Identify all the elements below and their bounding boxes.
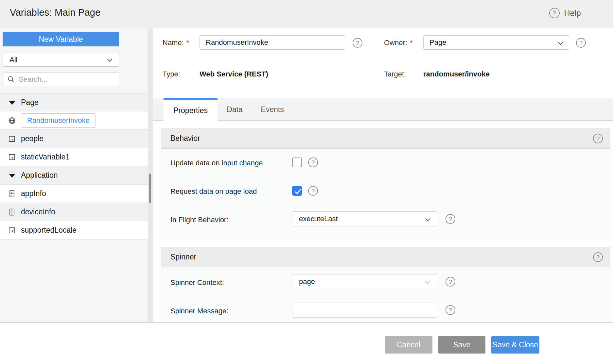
tree-item-deviceinfo[interactable]: x x. deviceInfo [0,203,148,221]
chevron-down-icon [107,57,113,62]
static-variable-icon: x [9,227,16,234]
tree-group-label: Page [21,98,39,107]
tree-item-label: staticVariable1 [21,153,70,161]
tree-item-people[interactable]: x people [0,130,148,148]
help-label: Help [564,8,581,18]
footer-divider [0,322,613,323]
owner-label: Owner:* [384,39,412,47]
owner-help-icon[interactable]: ? [576,38,586,48]
spinner-message-help-icon[interactable]: ? [446,305,455,315]
save-and-close-button[interactable]: Save & Close [491,336,539,354]
variables-sidebar: New Variable All Page [0,28,148,322]
behavior-help-icon[interactable]: ? [593,134,603,143]
update-data-checkbox[interactable] [292,157,302,167]
target-label: Target: [384,70,406,78]
help-button[interactable]: ? Help [549,8,581,18]
model-variable-icon: x x. [9,208,16,216]
cancel-button[interactable]: Cancel [385,336,432,354]
search-box[interactable] [3,73,119,86]
tree-item-randomuserinvoke[interactable]: x RandomuserInvoke [0,111,148,130]
tree-group-page[interactable]: Page [0,93,148,111]
tree-item-label: RandomuserInvoke [21,113,96,128]
svg-text:x: x [11,156,14,160]
variable-filter-value: All [9,56,17,64]
tab-data[interactable]: Data [218,98,252,121]
spinner-context-label: Spinner Context: [170,278,224,287]
chevron-down-icon [425,279,430,284]
tree-item-staticvariable1[interactable]: x staticVariable1 [0,148,148,166]
tab-bar: Properties Data Events [153,98,613,121]
owner-select[interactable]: Page [423,35,569,50]
tree-group-application[interactable]: Application [0,166,148,185]
tree-item-appinfo[interactable]: x x. appInfo [0,185,148,203]
request-data-help-icon[interactable]: ? [308,186,318,196]
spinner-message-input[interactable] [292,303,437,318]
request-data-checkbox[interactable] [292,186,302,196]
spinner-section-body: Spinner Context: page ? Spinner Message:… [161,267,610,322]
spinner-section: Spinner ? Spinner Context: page ? Spinne… [161,247,610,322]
static-variable-icon: x [9,135,16,142]
spinner-message-label: Spinner Message: [170,307,228,315]
new-variable-button[interactable]: New Variable [3,32,119,46]
owner-select-value: Page [429,38,446,47]
model-variable-icon: x x. [9,190,16,197]
spinner-section-header: Spinner ? [161,247,610,267]
variable-filter-select[interactable]: All [3,53,119,67]
tree-item-label: people [21,134,44,143]
type-value: Web Service (REST) [200,70,268,78]
svg-text:x: x [10,190,12,194]
tree-group-label: Application [21,171,58,180]
in-flight-behavior-help-icon[interactable]: ? [446,214,455,224]
svg-text:x.: x. [10,194,12,197]
tab-events[interactable]: Events [252,98,293,121]
spinner-context-help-icon[interactable]: ? [446,277,455,287]
in-flight-behavior-label: In Flight Behavior: [170,216,228,224]
name-help-icon[interactable]: ? [353,38,362,48]
target-value: randomuser/invoke [423,70,490,78]
dialog-header: Variables: Main Page ? Help [0,0,613,27]
search-input[interactable] [19,75,110,84]
required-asterisk: * [410,39,413,47]
static-variable-icon: x [9,154,16,161]
tab-properties[interactable]: Properties [164,98,218,122]
page-title: Variables: Main Page [10,7,101,18]
service-variable-icon: x [9,117,16,124]
svg-text:x: x [10,209,12,212]
svg-text:x: x [11,137,14,142]
chevron-down-icon [558,40,563,45]
svg-text:x: x [12,120,14,124]
tree-item-label: deviceInfo [21,207,55,216]
svg-text:x: x [11,229,14,233]
sidebar-scrollbar-thumb[interactable] [149,174,151,203]
spinner-context-select[interactable]: page [292,274,437,289]
behavior-section-body: Update data on input change ? Request da… [161,149,610,240]
type-label: Type: [163,70,180,78]
variables-dialog: Variables: Main Page ? Help New Variable… [0,0,613,364]
spinner-section-title: Spinner [170,253,196,261]
tree-item-label: supportedLocale [21,226,77,235]
in-flight-behavior-select[interactable]: executeLast [292,211,437,226]
behavior-section-header: Behavior ? [161,128,610,149]
spinner-help-icon[interactable]: ? [593,252,603,262]
required-asterisk: * [186,39,189,47]
name-input[interactable] [200,35,345,50]
svg-text:x.: x. [10,213,12,215]
update-data-help-icon[interactable]: ? [308,157,318,167]
caret-down-icon[interactable] [9,101,15,105]
update-data-label: Update data on input change [170,159,263,167]
variable-editor-panel: Name:* ? Owner:* Page ? Type: Web Servic… [153,28,613,322]
search-icon [8,76,15,83]
behavior-section: Behavior ? Update data on input change ?… [161,128,610,240]
in-flight-behavior-value: executeLast [299,215,338,223]
name-label: Name:* [163,39,189,47]
variables-tree: Page x RandomuserInvoke x people [0,93,148,240]
behavior-section-title: Behavior [170,134,200,143]
spinner-context-value: page [299,277,315,286]
help-circle-icon: ? [549,8,560,18]
tree-item-supportedlocale[interactable]: x supportedLocale [0,221,148,240]
tree-item-label: appInfo [21,189,46,198]
save-button[interactable]: Save [438,336,485,354]
chevron-down-icon [425,216,430,222]
caret-down-icon[interactable] [9,174,15,178]
request-data-label: Request data on page load [170,187,257,196]
